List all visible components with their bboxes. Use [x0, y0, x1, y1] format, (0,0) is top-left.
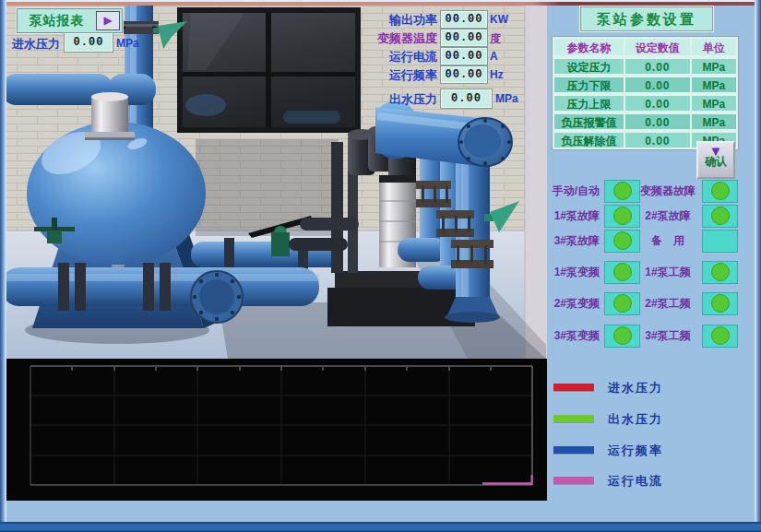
settings-table-header: 参数名称 设定数值 单位: [553, 37, 738, 57]
tank-top-cylinder: [85, 92, 135, 140]
play-arrow-icon[interactable]: ▶: [96, 11, 120, 30]
legend-label-inlet-pressure: 进水压力: [608, 380, 663, 396]
table-row: 压力上限 0.00 MPa: [553, 94, 738, 112]
lamp-icon: [613, 182, 632, 200]
window-right-edge: [755, 0, 761, 532]
run-frequency-value: 00.00: [440, 65, 488, 84]
lamp-icon: [613, 263, 632, 281]
status-label-pump1-vfd: 1#泵变频: [541, 265, 600, 280]
col-header-set-value: 设定数值: [624, 38, 690, 56]
confirm-button-label: 确认: [698, 156, 733, 167]
report-button-label: 泵站报表: [18, 13, 96, 30]
status-indicator-inverter-fault: [702, 180, 738, 203]
outlet-pressure-label: 出水压力: [389, 91, 437, 108]
lamp-icon: [711, 263, 730, 281]
trend-plot: [6, 359, 547, 501]
param-name: 负压报警值: [553, 113, 624, 130]
param-unit: MPa: [691, 113, 738, 130]
legend-label-outlet-pressure: 出水压力: [608, 411, 663, 428]
inlet-pressure-label: 进水压力: [12, 36, 60, 53]
settings-table: 参数名称 设定数值 单位 设定压力 0.00 MPa 压力下限 0.00 MPa…: [552, 36, 739, 150]
outlet-pressure-unit: MPa: [495, 92, 518, 105]
lamp-icon: [711, 326, 730, 345]
param-unit: MPa: [691, 77, 738, 93]
status-label-pump3-vfd: 3#泵变频: [541, 328, 600, 344]
param-value-field[interactable]: 0.00: [624, 58, 690, 75]
report-button[interactable]: 泵站报表 ▶: [17, 8, 123, 33]
status-label-inverter-fault: 变频器故障: [636, 183, 700, 199]
output-power-label: 输出功率: [364, 12, 437, 29]
param-value-field[interactable]: 0.00: [624, 113, 690, 130]
legend-swatch-run-current: [553, 477, 594, 484]
inverter-temp-value: 00.00: [440, 29, 488, 47]
status-indicator-spare: [702, 230, 738, 253]
outlet-pressure-value: 0.00: [440, 89, 493, 109]
lamp-icon: [613, 207, 632, 225]
table-row: 设定压力 0.00 MPa: [553, 57, 738, 76]
run-frequency-label: 运行频率: [364, 67, 437, 84]
legend-swatch-run-frequency: [553, 446, 594, 454]
lamp-icon: [711, 182, 730, 200]
status-label-pump1-mains: 1#泵工频: [636, 265, 700, 280]
run-frequency-unit: Hz: [490, 68, 504, 81]
status-indicator-pump2-mains: [702, 292, 738, 315]
window-left-edge: [0, 0, 6, 532]
window: [177, 7, 361, 133]
axis-ticks: [72, 367, 491, 371]
output-power-value: 00.00: [440, 10, 488, 29]
plot-grid: [30, 366, 532, 485]
lamp-icon: [711, 294, 730, 313]
legend-swatch-outlet-pressure: [553, 415, 594, 422]
param-value-field[interactable]: 0.00: [624, 77, 690, 93]
legend-label-run-frequency: 运行频率: [608, 443, 663, 459]
param-name: 设定压力: [553, 58, 624, 75]
status-label-pump3-fault: 3#泵故障: [541, 233, 600, 249]
col-header-param-name: 参数名称: [553, 38, 624, 56]
inlet-pressure-unit: MPa: [116, 37, 139, 50]
inverter-temp-unit: 度: [490, 31, 501, 47]
status-label-pump2-mains: 2#泵工频: [636, 296, 700, 312]
col-header-unit: 单位: [691, 38, 738, 56]
status-label-pump2-fault: 2#泵故障: [636, 208, 700, 224]
param-unit: MPa: [691, 95, 738, 112]
window-bottom-strip: [0, 522, 761, 532]
param-value-field[interactable]: 0.00: [624, 95, 690, 112]
run-current-unit: A: [490, 50, 498, 63]
lamp-icon: [613, 326, 632, 345]
current-trace: [482, 475, 532, 485]
param-unit: MPa: [691, 58, 738, 75]
legend-swatch-inlet-pressure: [553, 384, 594, 391]
lamp-icon: [613, 294, 632, 313]
status-label-pump3-mains: 3#泵工频: [636, 328, 700, 344]
inverter-temp-label: 变频器温度: [364, 30, 437, 47]
run-current-label: 运行电流: [364, 49, 437, 65]
pump-station-hmi-screen: 泵站报表 ▶ 进水压力 0.00 MPa 输出功率 00.00 KW 变频器温度…: [0, 0, 761, 532]
trend-chart-panel: [6, 359, 547, 501]
status-label-spare: 备 用: [636, 233, 700, 249]
confirm-button[interactable]: ▼ 确认: [696, 141, 735, 179]
legend-label-run-current: 运行电流: [608, 473, 663, 490]
table-row: 压力下限 0.00 MPa: [553, 76, 738, 94]
status-label-manual-auto: 手动/自动: [541, 183, 600, 199]
table-row: 负压报警值 0.00 MPa: [553, 112, 738, 131]
status-indicator-pump1-mains: [702, 261, 738, 284]
param-value-field[interactable]: 0.00: [624, 132, 690, 148]
window-top-strip: [4, 2, 757, 6]
status-indicator-pump3-mains: [702, 325, 738, 348]
lamp-icon: [613, 231, 632, 250]
lamp-icon: [711, 207, 730, 225]
pipe-end-flange: [191, 271, 243, 323]
run-current-value: 00.00: [440, 47, 488, 65]
status-indicator-pump2-fault: [702, 205, 738, 228]
param-name: 负压解除值: [553, 132, 624, 148]
output-power-unit: KW: [490, 13, 508, 26]
inlet-pressure-value: 0.00: [64, 32, 113, 53]
status-label-pump1-fault: 1#泵故障: [541, 208, 600, 224]
settings-panel-title: 泵站参数设置: [580, 6, 713, 31]
status-label-pump2-vfd: 2#泵变频: [541, 296, 600, 312]
param-name: 压力上限: [553, 95, 624, 112]
param-name: 压力下限: [553, 77, 624, 93]
